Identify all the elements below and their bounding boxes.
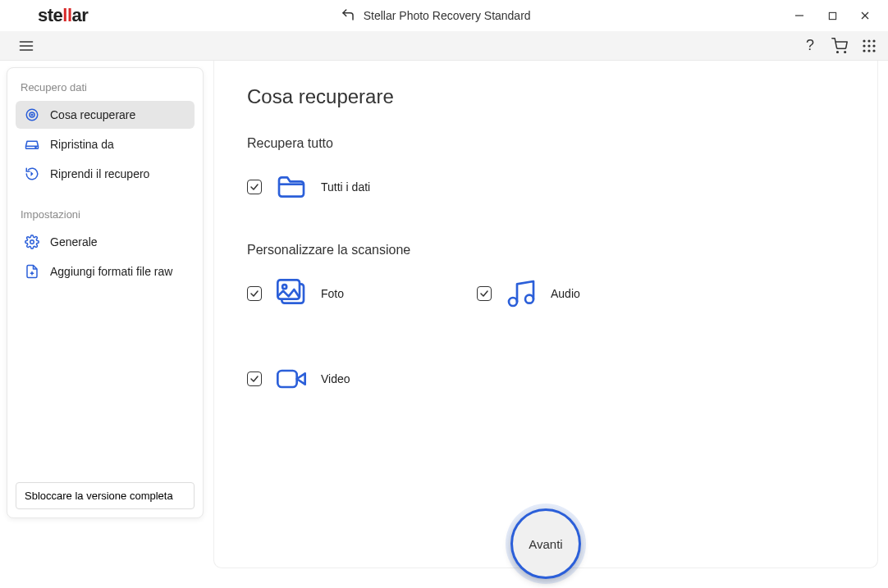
svg-point-10 xyxy=(867,39,870,42)
sidebar-item-label: Riprendi il recupero xyxy=(50,167,149,180)
checkbox-all[interactable] xyxy=(247,180,262,194)
option-label: Tutti i dati xyxy=(321,180,370,194)
video-icon xyxy=(273,361,309,397)
option-label: Audio xyxy=(551,287,580,300)
svg-point-16 xyxy=(867,49,870,52)
checkbox-video[interactable] xyxy=(247,371,262,386)
svg-point-30 xyxy=(509,298,517,306)
option-row-custom: Foto Audio Video xyxy=(247,276,845,397)
checkbox-photo[interactable] xyxy=(247,286,262,301)
section-customize: Personalizzare la scansione xyxy=(247,243,845,258)
close-button[interactable] xyxy=(849,3,881,28)
option-video[interactable]: Video xyxy=(247,361,428,397)
toolbar: ? xyxy=(0,31,888,61)
brand-pre: ste xyxy=(38,5,62,25)
app-body: Recupero dati Cosa recuperare Ripristina… xyxy=(0,61,888,588)
gear-icon xyxy=(24,234,40,250)
sidebar-item-what-recover[interactable]: Cosa recuperare xyxy=(16,101,195,129)
resume-icon xyxy=(24,166,40,182)
option-label: Video xyxy=(321,372,350,385)
svg-point-8 xyxy=(845,51,846,52)
sidebar-item-resume-recovery[interactable]: Riprendi il recupero xyxy=(16,160,195,188)
svg-marker-33 xyxy=(297,373,305,384)
window-controls xyxy=(783,3,881,28)
section-recover-all: Recupera tutto xyxy=(247,136,845,151)
main-panel: Cosa recuperare Recupera tutto Tutti i d… xyxy=(213,61,878,568)
sidebar-item-label: Ripristina da xyxy=(50,138,114,151)
undo-icon[interactable] xyxy=(341,7,355,25)
cart-icon[interactable] xyxy=(831,37,849,55)
svg-point-13 xyxy=(867,44,870,47)
minimize-button[interactable] xyxy=(783,3,816,28)
sidebar-item-label: Aggiungi formati file raw xyxy=(50,265,172,278)
svg-point-17 xyxy=(872,49,875,52)
option-all-data[interactable]: Tutti i dati xyxy=(247,169,428,205)
sidebar-item-raw-formats[interactable]: Aggiungi formati file raw xyxy=(16,258,195,285)
brand-logo: stellar xyxy=(15,5,88,26)
option-label: Foto xyxy=(321,287,344,300)
svg-point-7 xyxy=(837,51,839,52)
brand-suf: ar xyxy=(72,5,89,25)
file-add-icon xyxy=(24,263,40,280)
title-bar: stellar Stellar Photo Recovery Standard xyxy=(0,0,888,31)
menu-icon[interactable] xyxy=(16,36,36,56)
svg-point-14 xyxy=(872,44,875,47)
option-row-all: Tutti i dati xyxy=(247,169,845,205)
folder-icon xyxy=(273,169,309,205)
target-icon xyxy=(24,107,40,123)
sidebar-section-settings: Impostazioni xyxy=(12,203,198,227)
apps-grid-icon[interactable] xyxy=(860,37,878,55)
page-title: Cosa recuperare xyxy=(247,85,845,108)
svg-point-31 xyxy=(525,295,533,303)
option-audio[interactable]: Audio xyxy=(477,276,657,312)
toolbar-right: ? xyxy=(801,37,878,55)
unlock-full-button[interactable]: Sbloccare la versione completa xyxy=(16,482,195,509)
next-button[interactable]: Avanti xyxy=(510,508,581,579)
sidebar: Recupero dati Cosa recuperare Ripristina… xyxy=(7,67,204,518)
svg-point-12 xyxy=(863,44,865,47)
maximize-button[interactable] xyxy=(816,3,849,28)
sidebar-item-label: Cosa recuperare xyxy=(50,108,135,121)
svg-point-23 xyxy=(30,240,34,244)
brand-mid: ll xyxy=(62,5,71,25)
audio-icon xyxy=(503,276,539,312)
sidebar-item-restore-from[interactable]: Ripristina da xyxy=(16,130,195,158)
svg-rect-1 xyxy=(829,12,835,19)
help-icon[interactable]: ? xyxy=(801,37,819,55)
checkbox-audio[interactable] xyxy=(477,286,492,301)
svg-point-15 xyxy=(863,49,865,52)
sidebar-item-general[interactable]: Generale xyxy=(16,228,195,256)
svg-point-9 xyxy=(863,39,865,42)
drive-icon xyxy=(24,136,40,153)
svg-point-20 xyxy=(31,114,33,116)
svg-point-11 xyxy=(872,39,875,42)
sidebar-section-recovery: Recupero dati xyxy=(12,76,198,100)
svg-point-22 xyxy=(35,147,36,148)
app-title: Stellar Photo Recovery Standard xyxy=(364,9,531,22)
sidebar-item-label: Generale xyxy=(50,235,98,248)
option-photo[interactable]: Foto xyxy=(247,276,428,312)
svg-rect-32 xyxy=(277,371,296,387)
photo-icon xyxy=(273,276,309,312)
title-center: Stellar Photo Recovery Standard xyxy=(88,7,783,25)
